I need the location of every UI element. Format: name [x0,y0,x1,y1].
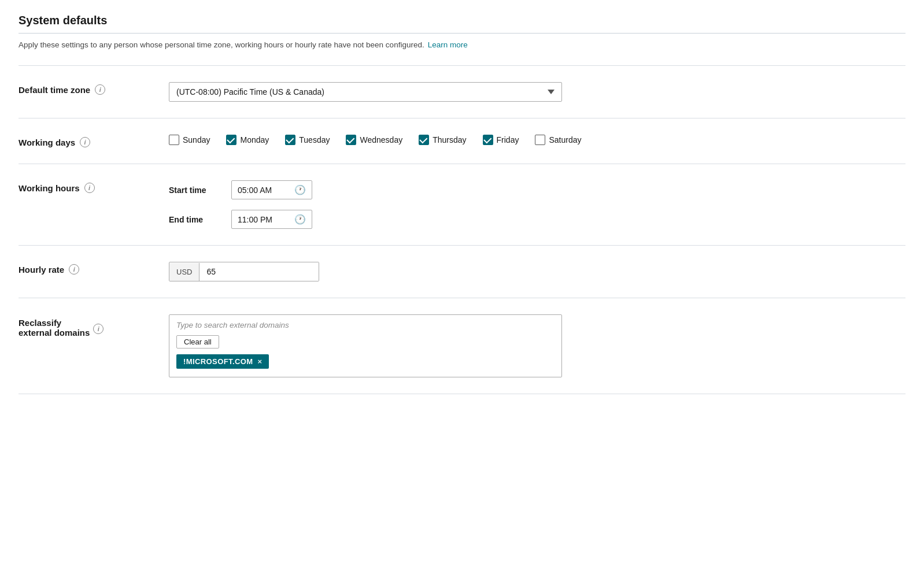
start-time-row: Start time 05:00 AM 🕐 [169,180,905,199]
day-checkbox-wednesday[interactable] [346,135,356,145]
day-checkbox-sunday[interactable] [169,135,179,145]
page-divider [19,33,905,34]
hourly-rate-section: Hourly rate i USD [19,245,905,298]
working-days-info-icon: i [80,137,90,147]
hourly-rate-info-icon: i [69,264,79,275]
page-container: System defaults Apply these settings to … [0,0,924,582]
reclassify-label-group: Reclassify external domains i [19,314,169,338]
day-checkbox-tuesday[interactable] [285,135,295,145]
hourly-rate-content: USD [169,262,905,281]
working-days-label-group: Working days i [19,135,169,147]
hourly-rate-label-group: Hourly rate i [19,262,169,275]
reclassify-label-line1: Reclassify [19,318,90,328]
day-label-saturday: Saturday [549,135,581,144]
subtitle-row: Apply these settings to any person whose… [19,40,905,49]
reclassify-box: Type to search external domains Clear al… [169,314,562,377]
working-days-section: Working days i SundayMondayTuesdayWednes… [19,118,905,164]
working-hours-info-icon: i [84,183,95,193]
day-label-wednesday: Wednesday [360,135,402,144]
reclassify-content: Type to search external domains Clear al… [169,314,905,377]
day-checkbox-friday[interactable] [483,135,493,145]
day-label-thursday: Thursday [433,135,466,144]
timezone-content: (UTC-08:00) Pacific Time (US & Canada) [169,82,905,102]
end-time-label: End time [169,215,221,224]
clear-all-button[interactable]: Clear all [176,335,219,349]
domain-tag-close-icon[interactable]: × [257,358,262,365]
end-time-clock-icon: 🕐 [294,214,306,225]
reclassify-info-row: Reclassify external domains i [19,318,169,338]
days-row: SundayMondayTuesdayWednesdayThursdayFrid… [169,135,905,145]
start-time-value: 05:00 AM [238,186,290,195]
domain-tags-row: !MICROSOFT.COM × [176,354,555,369]
reclassify-label-line2: external domains [19,328,90,338]
start-time-label: Start time [169,186,221,195]
hourly-rate-input-wrapper: USD [169,262,319,281]
day-checkbox-monday[interactable] [226,135,236,145]
working-hours-label-text: Working hours [19,183,80,193]
rate-input[interactable] [199,262,319,281]
day-label-friday: Friday [497,135,519,144]
learn-more-link[interactable]: Learn more [428,40,468,49]
day-item-wednesday[interactable]: Wednesday [346,135,402,145]
working-days-label-text: Working days [19,138,75,147]
timezone-section: Default time zone i (UTC-08:00) Pacific … [19,65,905,118]
start-time-input-wrapper[interactable]: 05:00 AM 🕐 [231,180,312,199]
day-item-sunday[interactable]: Sunday [169,135,210,145]
currency-label: USD [169,263,199,281]
hourly-rate-label-text: Hourly rate [19,265,64,275]
working-hours-label-group: Working hours i [19,180,169,193]
subtitle-text: Apply these settings to any person whose… [19,40,424,49]
working-hours-content: Start time 05:00 AM 🕐 End time 11:00 PM … [169,180,905,229]
timezone-select[interactable]: (UTC-08:00) Pacific Time (US & Canada) [169,82,562,102]
day-label-monday: Monday [240,135,269,144]
reclassify-section: Reclassify external domains i Type to se… [19,298,905,394]
day-item-tuesday[interactable]: Tuesday [285,135,330,145]
day-item-thursday[interactable]: Thursday [419,135,466,145]
day-label-tuesday: Tuesday [299,135,330,144]
working-days-content: SundayMondayTuesdayWednesdayThursdayFrid… [169,135,905,145]
reclassify-info-icon: i [93,324,104,334]
reclassify-label-lines: Reclassify external domains [19,318,90,338]
domain-tag-text: !MICROSOFT.COM [183,357,253,366]
day-label-sunday: Sunday [183,135,210,144]
working-hours-section: Working hours i Start time 05:00 AM 🕐 En… [19,164,905,245]
day-item-saturday[interactable]: Saturday [535,135,581,145]
day-item-monday[interactable]: Monday [226,135,269,145]
day-checkbox-saturday[interactable] [535,135,545,145]
page-title: System defaults [19,14,905,27]
timezone-info-icon: i [95,84,105,95]
day-checkbox-thursday[interactable] [419,135,429,145]
end-time-value: 11:00 PM [238,215,290,224]
day-item-friday[interactable]: Friday [483,135,519,145]
end-time-row: End time 11:00 PM 🕐 [169,210,905,229]
timezone-label-group: Default time zone i [19,82,169,95]
timezone-label-text: Default time zone [19,85,90,95]
start-time-clock-icon: 🕐 [294,184,306,195]
reclassify-placeholder: Type to search external domains [176,321,555,329]
end-time-input-wrapper[interactable]: 11:00 PM 🕐 [231,210,312,229]
domain-tag: !MICROSOFT.COM × [176,354,269,369]
